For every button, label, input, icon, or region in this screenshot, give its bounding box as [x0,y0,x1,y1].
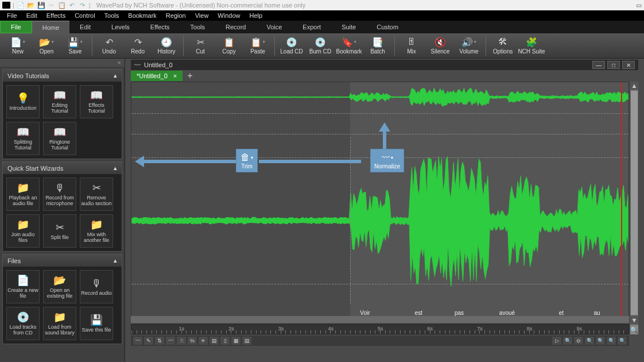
zoom-icon[interactable]: 🔍 [618,337,627,345]
doc-maximize-button[interactable]: □ [607,61,620,69]
menu-file[interactable]: File [2,11,22,20]
menu-help[interactable]: Help [245,11,267,20]
menu-edit[interactable]: Edit [22,11,42,20]
panel-item[interactable]: 🎙Record from microphone [43,178,76,211]
region-label[interactable]: Voir [360,310,370,316]
burn-cd-button[interactable]: 💿Burn CD [306,34,335,57]
menu-view[interactable]: View [191,11,214,20]
panel-item[interactable]: ✂Remove audio section [80,178,113,211]
nch-suite-button[interactable]: 🧩NCH Suite [517,34,546,57]
qat-new-icon[interactable]: 📄 [17,1,25,9]
tab-file[interactable]: File [0,21,32,33]
new-button[interactable]: 📄▾New [3,34,32,57]
menu-region[interactable]: Region [161,11,191,20]
waveform-area[interactable]: Voirestpasavouéetau 🗑▾ Trim 〰▾ Normalize [131,82,629,322]
panel-item[interactable]: 📖Editing Tutorial [43,85,76,118]
tool-icon[interactable]: ⎍ [177,337,186,345]
panel-item[interactable]: 📁Load from sound library [43,307,76,340]
tab-home[interactable]: Home [32,21,69,33]
copy-button[interactable]: 📋Copy [215,34,243,57]
save-button[interactable]: 💾▾Save [61,34,90,57]
tool-icon[interactable]: 〰 [166,337,175,345]
qat-copy-icon[interactable]: 📋 [58,1,66,9]
panel-item[interactable]: 📖Effects Tutorial [80,85,113,118]
zoom-icon[interactable]: 🔍 [563,337,572,345]
region-label[interactable]: au [593,310,600,316]
volume-button[interactable]: 🔊▾Volume [455,34,483,57]
scroll-up-icon[interactable]: ▲ [630,82,638,90]
tab-record[interactable]: Record [215,21,256,33]
vertical-scrollbar[interactable]: ▲ ▼ 🔍 [630,82,638,334]
qat-save-icon[interactable]: 💾 [37,1,45,9]
scrollbar-thumb[interactable] [631,91,638,315]
scroll-down-icon[interactable]: ▼ [630,316,638,324]
zoom-icon[interactable]: 🔍 [585,337,594,345]
tool-icon[interactable]: ▤ [210,337,219,345]
normalize-callout[interactable]: 〰▾ Normalize [370,149,404,172]
horizontal-scrollbar[interactable] [131,316,629,323]
panel-item[interactable]: 📖Splitting Tutorial [6,122,40,155]
load-cd-button[interactable]: 💿Load CD [277,34,306,57]
mix-button[interactable]: 🎚Mix [397,34,426,57]
tab-levels[interactable]: Levels [101,21,140,33]
panel-item[interactable]: ✂Split file [43,214,76,248]
tool-icon[interactable]: ✎ [144,337,153,345]
region-label[interactable]: avoué [499,310,515,316]
qat-undo-icon[interactable]: ↶ [68,1,76,9]
tab-effects[interactable]: Effects [140,21,180,33]
silence-button[interactable]: 🔇Silence [426,34,455,57]
cut-button[interactable]: ✂Cut [186,34,215,57]
panel-item[interactable]: 📁Mix with another file [80,214,113,248]
region-label[interactable]: et [559,310,564,316]
panel-header-video-tutorials[interactable]: Video Tutorials▴ [3,70,122,82]
tab-tools[interactable]: Tools [180,21,215,33]
panel-item[interactable]: 📂Open an existing file [43,270,76,303]
panel-item[interactable]: 💡Introduction [6,85,40,118]
tool-icon[interactable]: ▦ [231,337,240,345]
tab-edit[interactable]: Edit [69,21,101,33]
panel-item[interactable]: 📖Ringtone Tutorial [43,122,76,155]
qat-open-icon[interactable]: 📂 [27,1,35,9]
panel-item[interactable]: 🎙Record audio [80,270,113,303]
batch-button[interactable]: 📑Batch [363,34,392,57]
tool-icon[interactable]: 〰 [133,337,142,345]
tool-icon[interactable]: ▯ [220,337,230,345]
panel-item[interactable]: 📄Create a new file [6,270,40,303]
zoom-vertical-icon[interactable]: 🔍 [630,325,638,334]
menu-window[interactable]: Window [213,11,245,20]
undo-button[interactable]: ↶Undo [95,34,123,57]
open-button[interactable]: 📂▾Open [32,34,61,57]
cloud-icon[interactable]: ▭ [636,2,642,9]
region-label[interactable]: est [415,310,422,316]
tab-custom[interactable]: Custom [366,21,409,33]
zoom-icon[interactable]: 🔍 [596,337,605,345]
qat-cut-icon[interactable]: ✂ [48,1,56,9]
bookmark-button[interactable]: 🔖▾Bookmark [335,34,363,57]
document-tab-close-icon[interactable]: × [173,72,177,79]
time-ruler[interactable]: 1s2s3s4s5s6s7s8s9s [131,324,629,334]
waveform-overview[interactable] [131,86,629,109]
document-tab[interactable]: *Untitled_0 × [131,71,183,81]
menu-tools[interactable]: Tools [100,11,124,20]
redo-button[interactable]: ↷Redo [123,34,152,57]
panel-item[interactable]: 📁Join audio files [6,214,40,248]
doc-minimize-button[interactable]: — [592,61,605,69]
doc-close-button[interactable]: ✕ [622,61,635,69]
trim-callout[interactable]: 🗑▾ Trim [236,149,258,172]
document-tab-add[interactable]: + [184,71,196,81]
options-button[interactable]: 🛠Options [488,34,517,57]
qat-redo-icon[interactable]: ↷ [79,1,87,9]
tab-export[interactable]: Export [292,21,331,33]
tool-icon[interactable]: % [188,337,197,345]
menu-bookmark[interactable]: Bookmark [123,11,161,20]
menu-control[interactable]: Control [70,11,99,20]
menu-effects[interactable]: Effects [42,11,70,20]
panel-item[interactable]: 💿Load tracks from CD [6,307,40,340]
playhead-cursor[interactable] [621,82,622,321]
panel-header-quick-start-wizards[interactable]: Quick Start Wizards▴ [3,162,122,174]
tab-suite[interactable]: Suite [331,21,366,33]
panel-item[interactable]: 📁Playback an audio file [6,178,40,211]
tab-voice[interactable]: Voice [256,21,292,33]
zoom-icon[interactable]: 🔍 [607,337,616,345]
region-label[interactable]: pas [455,310,464,316]
